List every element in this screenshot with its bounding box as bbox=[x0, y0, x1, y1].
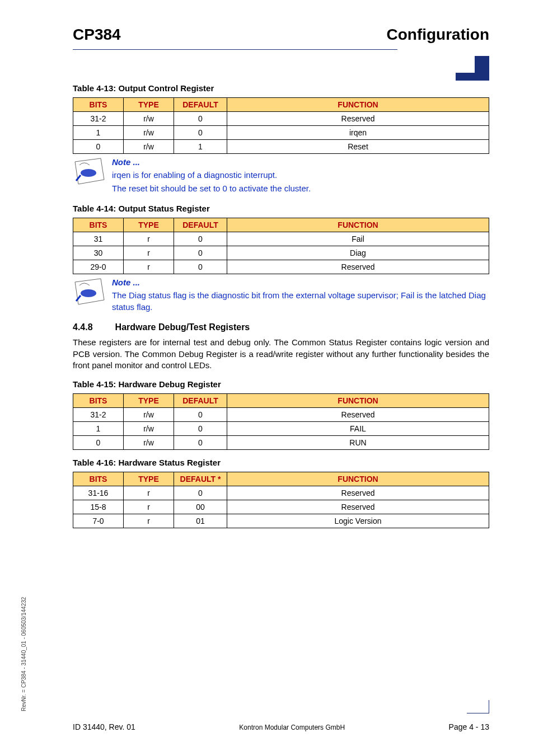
col-header: TYPE bbox=[124, 218, 174, 232]
col-header: DEFAULT bbox=[174, 218, 227, 232]
col-header: TYPE bbox=[124, 98, 174, 112]
cell: 7-0 bbox=[73, 514, 124, 528]
table-row: 31-2 r/w 0 Reserved bbox=[73, 112, 489, 126]
section-number: 4.4.8 bbox=[73, 322, 93, 332]
cell: r/w bbox=[124, 126, 174, 140]
cell: 0 bbox=[174, 408, 227, 422]
cell: 0 bbox=[174, 260, 227, 274]
note-line: irqen is for enabling of a diagnostic in… bbox=[112, 169, 489, 181]
col-header: BITS bbox=[73, 472, 124, 486]
cell: r bbox=[124, 514, 174, 528]
table-row: 1 r/w 0 irqen bbox=[73, 126, 489, 140]
col-header: BITS bbox=[73, 98, 124, 112]
table-row: 29-0 r 0 Reserved bbox=[73, 260, 489, 274]
col-header: FUNCTION bbox=[227, 98, 489, 112]
col-header: TYPE bbox=[124, 394, 174, 408]
table-row: 7-0 r 01 Logic Version bbox=[73, 514, 489, 528]
cell: 1 bbox=[73, 126, 124, 140]
cell: r/w bbox=[124, 140, 174, 154]
section-paragraph: These registers are for internal test an… bbox=[73, 337, 489, 372]
note-heading: Note ... bbox=[112, 157, 489, 167]
footer-corner-rule-icon bbox=[467, 700, 489, 713]
note-line: The Diag status flag is the diagnostic b… bbox=[112, 289, 489, 314]
section-title: Hardware Debug/Test Registers bbox=[115, 322, 250, 332]
table-row: 31 r 0 Fail bbox=[73, 232, 489, 246]
brand-logo-icon bbox=[456, 56, 489, 81]
table-row: 31-2 r/w 0 Reserved bbox=[73, 408, 489, 422]
col-header: DEFAULT bbox=[174, 394, 227, 408]
cell: 31-16 bbox=[73, 486, 124, 500]
table-4-14: BITS TYPE DEFAULT FUNCTION 31 r 0 Fail 3… bbox=[73, 218, 489, 274]
note-line: The reset bit should be set to 0 to acti… bbox=[112, 182, 489, 195]
col-header: BITS bbox=[73, 218, 124, 232]
cell: r/w bbox=[124, 112, 174, 126]
footer-left: ID 31440, Rev. 01 bbox=[73, 722, 135, 731]
table-4-15: BITS TYPE DEFAULT FUNCTION 31-2 r/w 0 Re… bbox=[73, 393, 489, 450]
doc-header-left: CP384 bbox=[73, 26, 121, 44]
revision-sidebar-text: RevNr. = CP384 - 31440_01 - 060503/14423… bbox=[21, 597, 27, 711]
footer-right: Page 4 - 13 bbox=[449, 722, 489, 731]
cell: 0 bbox=[73, 436, 124, 450]
cell: 0 bbox=[174, 232, 227, 246]
col-header: FUNCTION bbox=[227, 394, 489, 408]
table-4-13: BITS TYPE DEFAULT FUNCTION 31-2 r/w 0 Re… bbox=[73, 97, 489, 154]
table-row: 0 r/w 0 RUN bbox=[73, 436, 489, 450]
cell: 0 bbox=[174, 436, 227, 450]
table-4-13-caption: Table 4-13: Output Control Register bbox=[73, 83, 489, 93]
cell: r/w bbox=[124, 436, 174, 450]
cell: Reserved bbox=[227, 500, 489, 514]
svg-rect-0 bbox=[475, 56, 489, 73]
svg-rect-1 bbox=[456, 73, 489, 81]
col-header: DEFAULT bbox=[174, 98, 227, 112]
cell: r bbox=[124, 260, 174, 274]
cell: 01 bbox=[174, 514, 227, 528]
col-header: FUNCTION bbox=[227, 218, 489, 232]
col-header: BITS bbox=[73, 394, 124, 408]
cell: Reserved bbox=[227, 112, 489, 126]
cell: Fail bbox=[227, 232, 489, 246]
table-row: 31-16 r 0 Reserved bbox=[73, 486, 489, 500]
cell: 00 bbox=[174, 500, 227, 514]
cell: 1 bbox=[174, 140, 227, 154]
table-4-14-caption: Table 4-14: Output Status Register bbox=[73, 204, 489, 213]
note-heading: Note ... bbox=[112, 278, 489, 287]
cell: Logic Version bbox=[227, 514, 489, 528]
cell: 29-0 bbox=[73, 260, 124, 274]
cell: 0 bbox=[174, 422, 227, 436]
footer-center: Kontron Modular Computers GmbH bbox=[239, 724, 345, 731]
doc-header-right: Configuration bbox=[386, 26, 489, 44]
cell: r bbox=[124, 232, 174, 246]
cell: 0 bbox=[174, 112, 227, 126]
svg-point-5 bbox=[81, 289, 96, 297]
header-rule bbox=[73, 49, 397, 50]
table-4-16-caption: Table 4-16: Hardware Status Register bbox=[73, 458, 489, 467]
cell: Reserved bbox=[227, 260, 489, 274]
table-4-16: BITS TYPE DEFAULT * FUNCTION 31-16 r 0 R… bbox=[73, 472, 489, 528]
cell: r bbox=[124, 246, 174, 260]
col-header: DEFAULT * bbox=[174, 472, 227, 486]
cell: 15-8 bbox=[73, 500, 124, 514]
table-4-15-caption: Table 4-15: Hardware Debug Register bbox=[73, 379, 489, 389]
col-header: TYPE bbox=[124, 472, 174, 486]
cell: Reserved bbox=[227, 486, 489, 500]
note-icon bbox=[73, 278, 105, 308]
cell: r/w bbox=[124, 422, 174, 436]
cell: r bbox=[124, 500, 174, 514]
cell: irqen bbox=[227, 126, 489, 140]
cell: r/w bbox=[124, 408, 174, 422]
cell: 1 bbox=[73, 422, 124, 436]
cell: RUN bbox=[227, 436, 489, 450]
cell: Reset bbox=[227, 140, 489, 154]
table-row: 1 r/w 0 FAIL bbox=[73, 422, 489, 436]
cell: 0 bbox=[73, 140, 124, 154]
table-row: 0 r/w 1 Reset bbox=[73, 140, 489, 154]
cell: 0 bbox=[174, 486, 227, 500]
cell: 0 bbox=[174, 246, 227, 260]
table-row: 15-8 r 00 Reserved bbox=[73, 500, 489, 514]
cell: 31-2 bbox=[73, 408, 124, 422]
cell: Reserved bbox=[227, 408, 489, 422]
table-row: 30 r 0 Diag bbox=[73, 246, 489, 260]
col-header: FUNCTION bbox=[227, 472, 489, 486]
svg-point-3 bbox=[81, 169, 96, 177]
cell: 31-2 bbox=[73, 112, 124, 126]
